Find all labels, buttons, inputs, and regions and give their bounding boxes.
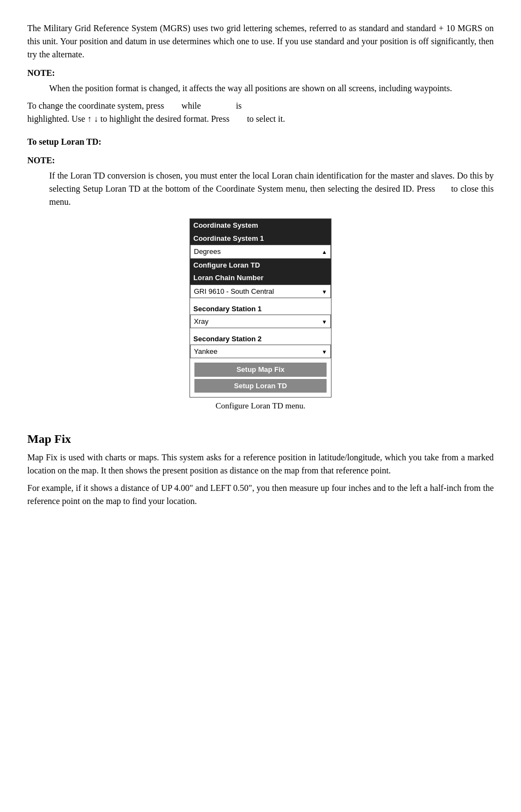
menu-xray-dropdown[interactable]: Xray [190,315,331,329]
map-fix-p1: Map Fix is used with charts or maps. Thi… [27,451,494,477]
menu-gri-value: GRI 9610 - South Central [194,286,274,297]
change-coord-end: to select it. [247,114,285,123]
note-text: When the position format is changed, it … [49,82,494,95]
menu-setup-map-fix-btn[interactable]: Setup Map Fix [194,363,327,377]
setup-note-text: If the Loran TD conversion is chosen, yo… [49,169,494,209]
map-fix-p2: For example, if it shows a distance of U… [27,482,494,508]
menu-degrees[interactable]: Degrees [190,245,331,259]
loran-td-menu: Coordinate System Coordinate System 1 De… [27,218,494,418]
change-coord-para: To change the coordinate system, press w… [27,99,494,126]
change-coord-is: is [236,101,242,110]
menu-secondary-station-2-label: Secondary Station 2 [190,331,331,345]
menu-box: Coordinate System Coordinate System 1 De… [190,218,331,398]
menu-configure-loran[interactable]: Configure Loran TD [190,259,331,272]
menu-xray-arrow [322,316,327,327]
menu-yankee-arrow [322,346,327,357]
menu-title: Coordinate System [190,219,331,232]
change-coord-text2: highlighted. Use ↑ ↓ to highlight the de… [27,114,229,123]
menu-secondary-station-1-label: Secondary Station 1 [190,301,331,315]
setup-note-heading: NOTE: [27,154,494,167]
menu-setup-loran-td-btn[interactable]: Setup Loran TD [194,379,327,393]
menu-degrees-scroll [322,246,327,257]
map-fix-heading: Map Fix [27,430,494,448]
menu-gri-dropdown[interactable]: GRI 9610 - South Central [190,285,331,299]
setup-loran-heading: To setup Loran TD: [27,135,494,149]
intro-paragraph: The Military Grid Reference System (MGRS… [27,22,494,61]
menu-caption: Configure Loran TD menu. [216,400,306,412]
menu-loran-chain-number: Loran Chain Number [190,271,331,285]
menu-yankee-value: Yankee [194,346,217,357]
menu-xray-value: Xray [194,316,209,327]
menu-yankee-dropdown[interactable]: Yankee [190,345,331,359]
change-coord-while: while [181,101,201,110]
menu-gri-arrow [322,286,327,297]
note-heading: NOTE: [27,67,494,80]
menu-coord-system-1: Coordinate System 1 [190,232,331,245]
change-coord-text1: To change the coordinate system, press [27,101,164,110]
menu-degrees-label: Degrees [194,246,221,257]
